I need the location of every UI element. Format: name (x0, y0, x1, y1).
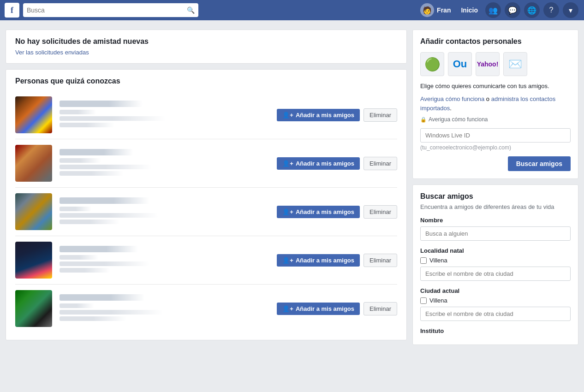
page-wrapper: No hay solicitudes de amistad nuevas Ver… (0, 25, 584, 350)
current-city-input[interactable] (420, 307, 571, 321)
user-profile-link[interactable]: 🧑 Fran (417, 3, 454, 17)
person-name-blur (60, 246, 138, 252)
current-city-checkbox-label[interactable]: Villena (429, 297, 447, 304)
add-friend-button[interactable]: 👤+ Añadir a mis amigos (277, 157, 360, 170)
facebook-logo[interactable]: f (5, 3, 19, 18)
contact-description: Elige cómo quieres comunicarte con tus a… (420, 82, 571, 91)
current-city-label: Ciudad actual (420, 287, 571, 294)
home-link[interactable]: Inicio (456, 5, 483, 16)
remove-suggestion-button[interactable]: Eliminar (364, 108, 397, 122)
nav-right: 🧑 Fran Inicio 👥 💬 🌐 ? ▾ (417, 2, 579, 18)
person-detail-blur-2 (60, 116, 166, 121)
email-icon: ✉️ (508, 58, 522, 71)
add-friend-label: Añadir a mis amigos (296, 208, 354, 215)
person-row: 👤+ Añadir a mis amigos Eliminar (15, 284, 397, 333)
messenger-icon-btn[interactable]: 💬 (505, 2, 520, 18)
person-row: 👤+ Añadir a mis amigos Eliminar (15, 187, 397, 236)
add-friend-button[interactable]: 👤+ Añadir a mis amigos (277, 303, 360, 315)
person-info (52, 294, 277, 323)
buscar-amigos-button[interactable]: Buscar amigos (508, 156, 571, 171)
person-actions: 👤+ Añadir a mis amigos Eliminar (277, 302, 397, 315)
remove-suggestion-button[interactable]: Eliminar (364, 254, 397, 267)
person-actions: 👤+ Añadir a mis amigos Eliminar (277, 157, 397, 170)
person-name-blur (60, 294, 145, 301)
person-info (52, 101, 277, 129)
person-detail-blur-1 (60, 207, 92, 211)
person-avatar (15, 193, 52, 230)
add-friend-label: Añadir a mis amigos (296, 160, 354, 167)
remove-suggestion-button[interactable]: Eliminar (364, 157, 397, 170)
no-requests-title: No hay solicitudes de amistad nuevas (15, 37, 397, 46)
yahoo-icon-btn[interactable]: Yahoo! (476, 52, 500, 76)
person-detail-blur-1 (60, 158, 101, 163)
add-friend-button[interactable]: 👤+ Añadir a mis amigos (277, 254, 360, 267)
person-avatar-image (15, 145, 52, 182)
help-icon-btn[interactable]: ? (543, 2, 559, 18)
add-friend-icon: 👤+ (282, 112, 293, 119)
friends-icon-btn[interactable]: 👥 (485, 2, 501, 18)
email-icon-btn[interactable]: ✉️ (503, 52, 527, 76)
current-city-checkbox-row: Villena (420, 297, 571, 304)
people-section-title: Personas que quizá conozcas (15, 77, 397, 85)
buscar-amigos-row: Buscar amigos (420, 156, 571, 171)
school-label: Instituto (420, 327, 571, 334)
add-contacts-card: Añadir contactos personales 🟢 Ou Yahoo! … (412, 30, 578, 179)
person-avatar-image (15, 290, 52, 327)
search-input[interactable] (27, 6, 187, 14)
windows-live-input[interactable] (420, 128, 571, 143)
name-field-label: Nombre (420, 217, 571, 224)
link-separator: o (484, 95, 491, 102)
add-friend-button[interactable]: 👤+ Añadir a mis amigos (277, 109, 360, 121)
person-avatar (15, 96, 52, 133)
find-friends-title: Buscar amigos (420, 192, 571, 201)
remove-suggestion-button[interactable]: Eliminar (364, 205, 397, 219)
search-icon: 🔍 (187, 6, 195, 14)
person-row: 👤+ Añadir a mis amigos Eliminar (15, 236, 397, 284)
yahoo-icon: Yahoo! (477, 60, 499, 68)
avatar: 🧑 (420, 3, 434, 17)
how-it-works-link[interactable]: Averigua cómo funciona (420, 95, 484, 102)
contact-provider-icons: 🟢 Ou Yahoo! ✉️ (420, 52, 571, 76)
person-actions: 👤+ Añadir a mis amigos Eliminar (277, 205, 397, 219)
current-city-checkbox[interactable] (420, 297, 427, 304)
remove-suggestion-button[interactable]: Eliminar (364, 302, 397, 315)
help-icon: ? (549, 6, 554, 14)
hometown-city-input[interactable] (420, 267, 571, 281)
add-friend-icon: 👤+ (282, 160, 293, 167)
add-friend-button[interactable]: 👤+ Añadir a mis amigos (277, 206, 360, 218)
person-name-blur (60, 149, 133, 155)
chevron-down-icon: ▾ (569, 6, 572, 15)
add-friend-label: Añadir a mis amigos (296, 112, 354, 119)
search-bar: 🔍 (23, 3, 198, 17)
hometown-checkbox[interactable] (420, 257, 427, 264)
name-search-input[interactable] (420, 226, 571, 241)
person-detail-blur-1 (60, 110, 96, 114)
sent-requests-link[interactable]: Ver las solicitudes enviadas (15, 49, 89, 56)
friends-icon: 👥 (489, 6, 498, 15)
person-detail-blur-3 (60, 171, 124, 176)
add-friend-label: Añadir a mis amigos (296, 257, 354, 264)
person-row: 👤+ Añadir a mis amigos Eliminar (15, 139, 397, 187)
globe-icon-btn[interactable]: 🌐 (524, 2, 540, 18)
find-friends-card: Buscar amigos Encuentra a amigos de dife… (412, 184, 578, 345)
user-name: Fran (437, 6, 451, 14)
contact-links: Averigua cómo funciona o administra los … (420, 95, 571, 114)
hometown-checkbox-label[interactable]: Villena (429, 257, 447, 264)
person-detail-blur-2 (60, 213, 159, 218)
globe-icon: 🌐 (527, 6, 536, 15)
lock-info-row: 🔒 Averigua cómo funciona (420, 116, 571, 123)
dropdown-arrow-btn[interactable]: ▾ (563, 2, 578, 18)
people-card: Personas que quizá conozcas 👤+ Añadir a … (6, 69, 407, 340)
person-name-blur (60, 101, 143, 107)
person-detail-blur-3 (60, 220, 119, 224)
find-friends-description: Encuentra a amigos de diferentes áreas d… (420, 203, 571, 210)
navbar: f 🔍 🧑 Fran Inicio 👥 💬 🌐 ? ▾ (0, 0, 584, 20)
person-detail-blur-2 (60, 310, 163, 315)
lock-text-label: Averigua cómo funciona (429, 116, 488, 123)
person-avatar (15, 145, 52, 182)
person-detail-blur-3 (60, 268, 110, 273)
windows-live-icon-btn[interactable]: 🟢 (420, 52, 444, 76)
outlook-icon-btn[interactable]: Ou (448, 52, 472, 76)
person-name-blur (60, 197, 149, 204)
add-friend-icon: 👤+ (282, 305, 293, 312)
